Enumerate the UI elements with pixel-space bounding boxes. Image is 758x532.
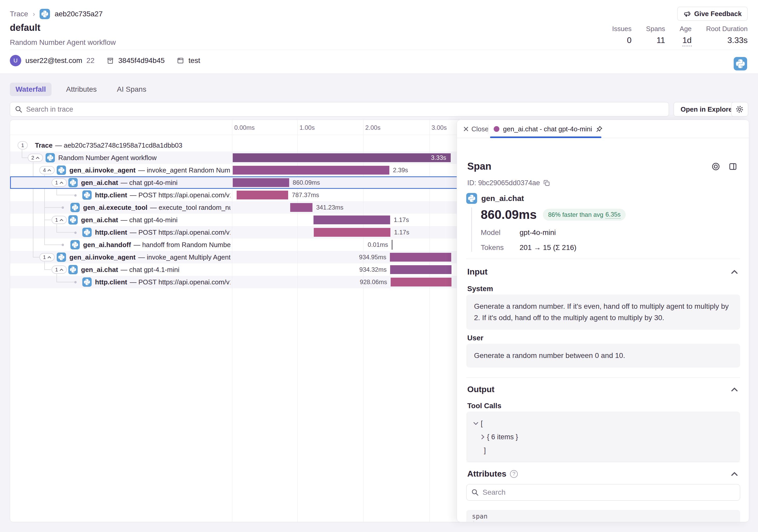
input-title: Input [467,267,488,277]
chevron-down-icon[interactable] [473,422,478,425]
attribute-group-span[interactable]: span [466,510,740,522]
search-icon [15,105,22,113]
user-avatar[interactable]: U [10,55,21,66]
span-duration-label: 787.37ms [292,189,319,201]
span-id: ID: 9bc29065dd0374ae [467,179,550,187]
collapse-chip[interactable]: 1 [52,216,67,224]
layout-columns-icon[interactable] [728,162,738,171]
python-icon [70,240,80,249]
collapse-chip[interactable]: 1 [39,253,54,261]
page-subtitle: Random Number Agent workflow [10,38,116,47]
chevron-up-icon [60,268,63,271]
collapse-chip[interactable]: 2 [28,154,43,162]
model-row: Model gpt-4o-mini [481,229,730,237]
settings-button[interactable] [731,102,748,117]
python-platform-icon [734,57,747,70]
stat-label: Age [679,25,691,33]
chevron-right-icon[interactable] [481,435,484,439]
tick-label: 1.00s [299,124,315,131]
collapse-chip[interactable]: 1 [52,178,67,187]
span-op: gen_ai.chat [481,194,524,203]
collapse-chevron-icon[interactable] [731,387,738,392]
span-duration-label: 3.33s [404,152,446,164]
collapse-chevron-icon[interactable] [731,472,738,476]
span-label[interactable]: gen_ai.handoff— handoff from Random Numb… [83,238,230,251]
span-detail-panel: Close gen_ai.chat - chat gpt-4o-mini Spa… [457,120,749,522]
span-duration-bar[interactable] [314,216,390,224]
python-icon [57,165,66,175]
span-label[interactable]: Random Number Agent workflow [58,152,230,164]
output-section-header[interactable]: Output [467,385,738,394]
release-id[interactable]: 3845f4d94b45 [118,56,165,65]
system-message-box: Generate a random number. If it's even, … [466,295,740,330]
python-icon [40,9,50,19]
copy-icon[interactable] [543,180,550,187]
python-icon [466,193,477,204]
span-label[interactable]: gen_ai.execute_tool— execute_tool random… [83,201,230,214]
span-duration-bar[interactable] [314,228,391,237]
span-duration-bar[interactable] [390,253,451,262]
page-title: default [10,22,40,33]
span-label[interactable]: gen_ai.chat— chat gpt-4o-mini [81,176,230,189]
span-count-chip[interactable]: 1 [17,141,28,150]
span-duration-label: 934.95ms [293,251,386,264]
collapse-chip[interactable]: 1 [52,266,67,274]
tab-attributes[interactable]: Attributes [60,83,102,96]
span-duration-bar[interactable] [233,166,389,175]
stat-root-duration: Root Duration 3.33s [706,25,748,46]
collapse-chevron-icon[interactable] [731,270,738,274]
span-detail-tab[interactable]: gen_ai.chat - chat gpt-4o-mini [494,120,603,138]
chevron-up-icon [36,157,39,159]
span-label[interactable]: http.client— POST https://api.openai.com… [95,276,230,288]
tab-waterfall[interactable]: Waterfall [10,83,52,96]
user-email[interactable]: user22@test.com [25,56,82,65]
stat-value: 11 [657,35,665,45]
pin-icon[interactable] [596,125,603,133]
span-label[interactable]: gen_ai.chat— chat gpt-4.1-mini [81,264,230,276]
close-icon [463,126,469,132]
search-input[interactable] [26,105,664,114]
span-duration-bar[interactable] [391,278,452,286]
json-array-open[interactable]: [ [473,417,733,430]
chevron-right-icon: › [33,10,35,18]
environment-value[interactable]: test [189,56,200,65]
performance-badge[interactable]: 86% faster than avg 6.35s [543,209,626,221]
span-duration-bar[interactable] [290,203,312,212]
span-duration-bar[interactable] [237,191,288,199]
attributes-search[interactable] [466,484,740,501]
span-label[interactable]: http.client— POST https://api.openai.com… [95,189,230,201]
breadcrumb-trace-link[interactable]: Trace [10,10,28,18]
span-label[interactable]: gen_ai.invoke_agent— invoke_agent Random… [69,164,230,176]
give-feedback-button[interactable]: Give Feedback [677,7,748,21]
json-object-collapsed[interactable]: { 6 items } [473,430,733,444]
focus-target-icon[interactable] [711,162,720,171]
span-label[interactable]: gen_ai.invoke_agent— invoke_agent Multip… [69,251,230,264]
tokens-value: 201 → 15 (Σ 216) [520,243,576,252]
span-label[interactable]: gen_ai.chat— chat gpt-4o-mini [81,214,230,226]
breadcrumb: Trace › aeb20c735a27 [10,9,103,19]
span-duration-bar[interactable] [233,178,289,187]
span-duration: 860.09ms [481,207,537,222]
close-button[interactable]: Close [463,120,489,138]
span-label[interactable]: Trace— aeb20c735a2748c1958a71cd8a1dbb03 [35,139,230,152]
detail-body: Span ID: 9bc29065dd0374ae gen_ai.chat 86… [457,138,749,522]
stat-value[interactable]: 1d [682,35,692,46]
attributes-section-header[interactable]: Attributes ? [467,469,738,479]
collapse-chip[interactable]: 4 [39,166,54,174]
chevron-up-icon [60,182,63,184]
attributes-search-input[interactable] [483,488,735,497]
span-duration-bar[interactable] [392,240,393,250]
system-label: System [467,285,493,293]
stat-value: 3.33s [727,35,748,45]
tab-ai-spans[interactable]: AI Spans [111,83,152,96]
span-metrics: 860.09ms 86% faster than avg 6.35s Model… [471,207,730,252]
span-label[interactable]: http.client— POST https://api.openai.com… [95,226,230,238]
help-icon[interactable]: ? [510,470,518,478]
stat-label: Spans [646,25,665,33]
detail-header: Close gen_ai.chat - chat gpt-4o-mini [457,120,749,138]
trace-search[interactable] [10,102,669,117]
breadcrumb-trace-id[interactable]: aeb20c735a27 [54,10,103,18]
input-section-header[interactable]: Input [467,267,738,277]
open-in-explore-button[interactable]: Open in Explore [673,102,739,117]
span-duration-bar[interactable] [390,265,451,274]
